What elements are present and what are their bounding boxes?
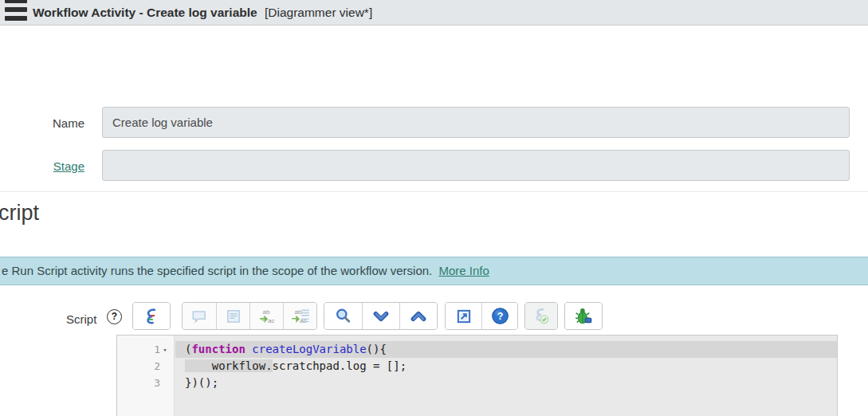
- gutter-line: 3: [117, 375, 174, 391]
- name-field-label: Name: [0, 116, 84, 130]
- toolbar-group-syntax: [132, 302, 171, 330]
- more-info-link[interactable]: More Info: [438, 264, 489, 277]
- code-token-plain: (){: [367, 343, 387, 355]
- fold-arrow-icon[interactable]: ▾: [160, 346, 170, 354]
- svg-text:ac: ac: [299, 316, 306, 324]
- find-next-button[interactable]: [362, 303, 399, 329]
- code-line[interactable]: workflow.scratchpad.log = [];: [175, 358, 837, 375]
- page-title-view: [Diagrammer view*]: [265, 6, 372, 19]
- toolbar-group-edit: abacabac: [182, 302, 317, 330]
- svg-text:ab: ab: [262, 308, 270, 315]
- activity-info-banner: e Run Script activity runs the specified…: [0, 257, 868, 285]
- svg-text:ab: ab: [294, 308, 302, 315]
- format-code-button: [216, 303, 249, 329]
- script-field-label: Script: [66, 312, 96, 326]
- toolbar-group-nav: ?: [445, 302, 518, 330]
- syntax-editor-toggle-button[interactable]: [133, 303, 170, 329]
- replace-all-icon: abac: [290, 307, 311, 326]
- stage-field-label-wrap: Stage: [0, 159, 84, 173]
- open-in-window-button[interactable]: [446, 303, 481, 329]
- replace-button: abac: [249, 303, 283, 329]
- code-token-plain: })();: [185, 376, 218, 389]
- stage-field-link[interactable]: Stage: [53, 159, 84, 173]
- stage-input[interactable]: [102, 150, 850, 181]
- editor-help-button[interactable]: ?: [481, 303, 517, 329]
- workflow-activity-page: Workflow Activity - Create log variable …: [0, 0, 868, 416]
- search-button[interactable]: [324, 303, 362, 329]
- script-check-button: [525, 303, 557, 329]
- script-editor-toolbar: abacabac?: [132, 302, 603, 330]
- chevron-up-icon: [410, 308, 427, 325]
- code-line[interactable]: })();: [175, 375, 837, 391]
- toolbar-group-check: [524, 302, 558, 330]
- question-circle-outline-icon[interactable]: ?: [107, 309, 122, 324]
- svg-text:ac: ac: [268, 316, 275, 324]
- comment-toggle-button: [183, 303, 216, 329]
- hamburger-menu-icon[interactable]: [5, 0, 27, 24]
- svg-text:?: ?: [497, 311, 503, 322]
- question-circle-filled-icon: ?: [491, 307, 509, 325]
- toolbar-group-search: [324, 302, 438, 330]
- page-title: Workflow Activity - Create log variable …: [33, 0, 372, 26]
- line-number: 1: [154, 343, 160, 355]
- info-banner-text: e Run Script activity runs the specified…: [2, 264, 432, 277]
- chevron-down-icon: [372, 308, 390, 325]
- script-debugger-button[interactable]: [565, 303, 602, 329]
- replace-all-button: abac: [283, 303, 316, 329]
- code-token-plain: workflow.: [185, 359, 273, 372]
- editor-gutter: 1▾23: [117, 336, 175, 416]
- page-title-main: Workflow Activity - Create log variable: [33, 6, 257, 19]
- replace-ab-ac-icon: abac: [257, 307, 277, 326]
- line-number: 3: [154, 377, 160, 389]
- magnifier-icon: [334, 307, 353, 326]
- gutter-line: 2: [117, 358, 174, 375]
- code-lines[interactable]: (function createLogVariable(){ workflow.…: [175, 336, 837, 416]
- script-check-icon: [532, 307, 551, 326]
- script-syntax-icon: [143, 308, 160, 325]
- debug-bug-icon: [574, 307, 593, 326]
- code-token-fname: createLogVariable: [252, 343, 366, 355]
- header-bar: Workflow Activity - Create log variable …: [0, 0, 868, 26]
- find-previous-button[interactable]: [399, 303, 437, 329]
- pop-out-icon: [455, 308, 473, 325]
- code-token-plain: scratchpad.log = [];: [273, 359, 407, 372]
- section-divider: [0, 191, 868, 192]
- section-heading: cript: [0, 201, 39, 226]
- speech-bubble-icon: [190, 308, 208, 325]
- line-number: 2: [154, 360, 160, 372]
- format-lines-icon: [225, 308, 242, 325]
- name-input[interactable]: [102, 107, 850, 138]
- code-line[interactable]: (function createLogVariable(){: [175, 341, 837, 358]
- gutter-line: 1▾: [117, 341, 174, 358]
- code-token-keyword: function: [191, 343, 245, 355]
- script-code-editor[interactable]: 1▾23 (function createLogVariable(){ work…: [116, 335, 838, 416]
- toolbar-group-debug: [564, 302, 603, 330]
